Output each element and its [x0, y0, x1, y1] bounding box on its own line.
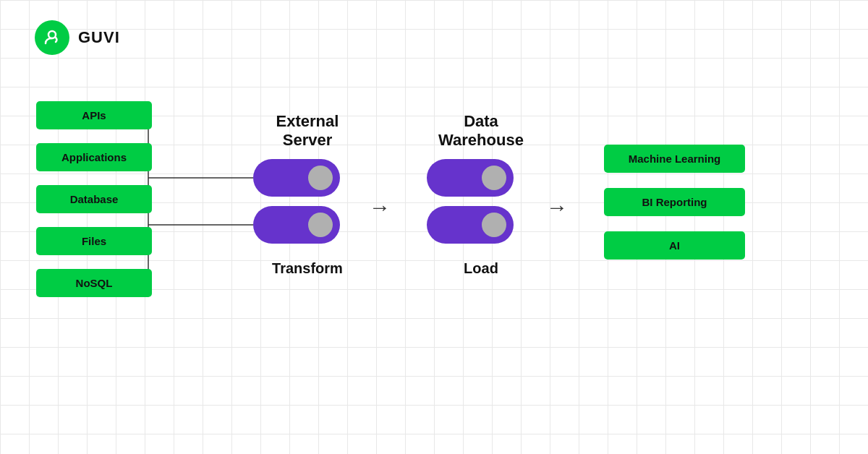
source-item-nosql: NoSQL [36, 269, 152, 297]
source-item-database: Database [36, 185, 152, 213]
output-item-ml: Machine Learning [604, 145, 745, 173]
arrow-2: → [546, 195, 568, 220]
data-warehouse-label: Data Warehouse [427, 112, 535, 150]
toggle-knob [308, 166, 333, 190]
external-server-toggle-2 [253, 206, 340, 244]
output-item-ai: AI [604, 231, 745, 260]
toggle-knob [308, 213, 333, 237]
output-item-bi: BI Reporting [604, 188, 745, 216]
logo-text: GUVI [78, 28, 120, 47]
source-item-applications: Applications [36, 143, 152, 171]
diagram-wrapper: APIs Applications Database Files NoSQL E… [0, 101, 868, 347]
external-server-toggle-1 [253, 159, 340, 197]
arrow-1: → [369, 195, 391, 220]
page-content: GUVI APIs Applications Database Files No… [0, 0, 868, 454]
external-server-label: External Server [257, 112, 358, 150]
load-label: Load [441, 260, 521, 277]
data-warehouse-toggle-1 [427, 159, 514, 197]
data-warehouse-toggle-2 [427, 206, 514, 244]
transform-label: Transform [257, 260, 358, 277]
toggle-knob [482, 166, 506, 190]
header: GUVI [35, 20, 120, 55]
svg-point-0 [48, 31, 56, 38]
logo-icon [35, 20, 69, 55]
source-item-apis: APIs [36, 101, 152, 129]
source-item-files: Files [36, 227, 152, 255]
toggle-knob [482, 213, 506, 237]
